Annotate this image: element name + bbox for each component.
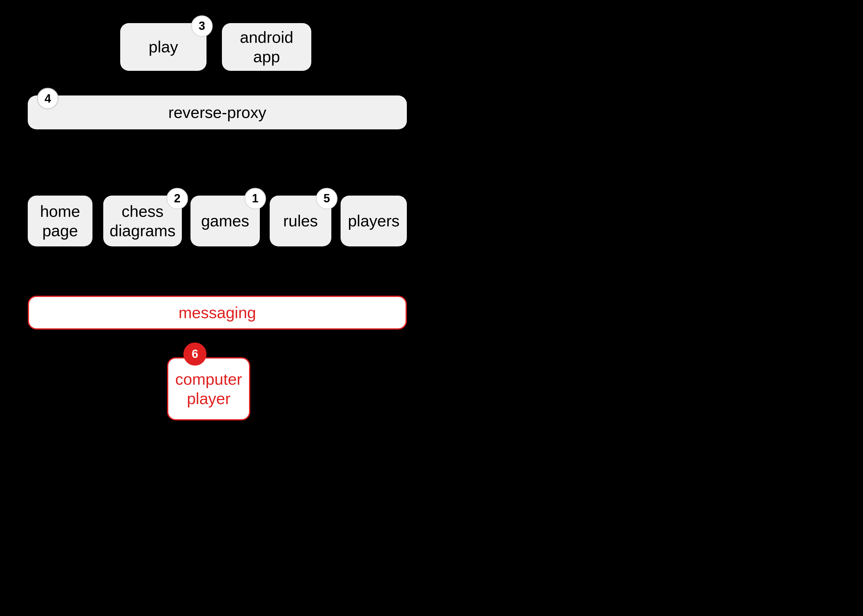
messaging-bar: messaging <box>28 296 407 330</box>
computer-player-badge-wrap: 6 <box>183 343 206 366</box>
home-page-label: homepage <box>40 202 80 240</box>
computer-player-badge: 6 <box>183 343 206 366</box>
games-label: games <box>201 211 249 230</box>
messaging-label: messaging <box>178 303 256 322</box>
games-node: games 1 <box>191 196 260 247</box>
players-label: players <box>348 211 400 230</box>
reverse-proxy-label: reverse-proxy <box>168 103 266 122</box>
chess-diagrams-badge: 2 <box>167 188 188 209</box>
computer-player-node: computerplayer <box>167 357 250 420</box>
rules-node: rules 5 <box>270 196 331 247</box>
play-label: play <box>148 37 178 57</box>
rules-label: rules <box>283 211 318 230</box>
reverse-proxy-bar: 4 reverse-proxy <box>28 96 407 129</box>
diagram-container: play 3 androidapp 4 reverse-proxy homepa… <box>0 0 863 616</box>
players-node: players <box>340 196 407 247</box>
games-badge: 1 <box>244 188 266 209</box>
computer-player-label: computerplayer <box>175 369 242 408</box>
play-badge: 3 <box>191 16 213 37</box>
android-label: androidapp <box>240 28 293 66</box>
rules-badge: 5 <box>316 188 337 209</box>
chess-diagrams-node: chessdiagrams 2 <box>103 196 182 247</box>
play-node: play 3 <box>120 23 206 71</box>
android-node: androidapp <box>222 23 311 71</box>
home-page-node: homepage <box>28 196 93 247</box>
chess-diagrams-label: chessdiagrams <box>110 202 176 240</box>
reverse-proxy-badge: 4 <box>37 88 58 109</box>
